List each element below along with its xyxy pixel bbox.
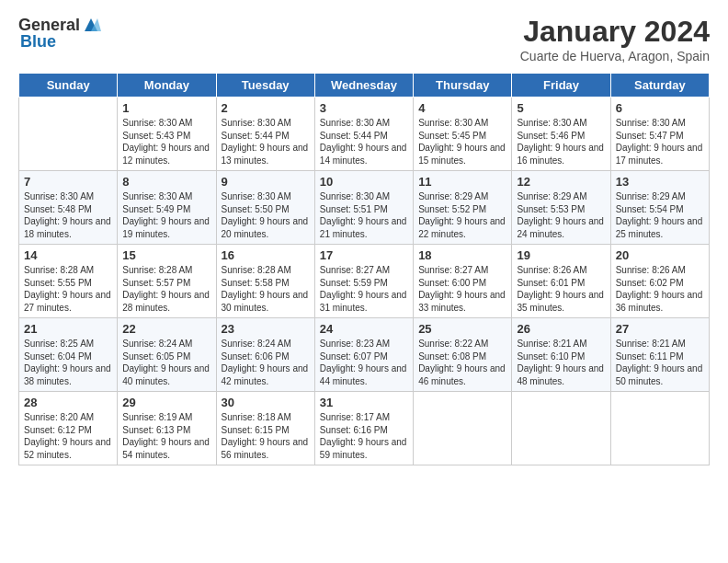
calendar-table: Sunday Monday Tuesday Wednesday Thursday… [18,73,710,465]
calendar-cell: 4Sunrise: 8:30 AMSunset: 5:45 PMDaylight… [414,98,512,171]
calendar-cell [19,98,118,171]
calendar-cell [512,392,610,465]
date-number: 14 [24,248,112,262]
cell-info: Sunrise: 8:30 AMSunset: 5:47 PMDaylight:… [616,118,703,166]
cell-info: Sunrise: 8:30 AMSunset: 5:48 PMDaylight:… [24,191,111,239]
cell-info: Sunrise: 8:28 AMSunset: 5:57 PMDaylight:… [122,265,210,313]
date-number: 18 [418,248,506,262]
cell-info: Sunrise: 8:28 AMSunset: 5:58 PMDaylight:… [222,265,309,313]
title-block: January 2024 Cuarte de Huerva, Aragon, S… [520,15,710,63]
date-number: 11 [418,175,506,189]
date-number: 2 [222,101,310,115]
date-number: 13 [616,175,704,189]
page-container: General Blue January 2024 Cuarte de Huer… [0,0,728,475]
date-number: 31 [320,396,408,409]
calendar-cell: 1Sunrise: 8:30 AMSunset: 5:43 PMDaylight… [118,98,216,171]
date-number: 16 [222,248,310,262]
date-number: 8 [122,175,210,189]
cell-info: Sunrise: 8:30 AMSunset: 5:43 PMDaylight:… [122,118,210,166]
cell-info: Sunrise: 8:28 AMSunset: 5:55 PMDaylight:… [24,265,111,313]
header-friday: Friday [512,74,610,98]
header-thursday: Thursday [414,74,512,98]
date-number: 4 [418,101,506,115]
calendar-week-row: 1Sunrise: 8:30 AMSunset: 5:43 PMDaylight… [19,98,710,171]
header-saturday: Saturday [610,74,709,98]
cell-info: Sunrise: 8:30 AMSunset: 5:44 PMDaylight:… [222,118,309,166]
date-number: 7 [24,175,112,189]
cell-info: Sunrise: 8:30 AMSunset: 5:46 PMDaylight:… [517,118,604,166]
calendar-cell: 21Sunrise: 8:25 AMSunset: 6:04 PMDayligh… [19,318,118,392]
date-number: 9 [222,175,310,189]
calendar-cell: 27Sunrise: 8:21 AMSunset: 6:11 PMDayligh… [610,318,709,392]
cell-info: Sunrise: 8:29 AMSunset: 5:54 PMDaylight:… [616,191,703,239]
date-number: 24 [320,322,408,336]
calendar-cell: 17Sunrise: 8:27 AMSunset: 5:59 PMDayligh… [314,245,413,318]
cell-info: Sunrise: 8:19 AMSunset: 6:13 PMDaylight:… [122,412,210,460]
date-number: 21 [24,322,112,336]
cell-info: Sunrise: 8:27 AMSunset: 6:00 PMDaylight:… [418,265,506,313]
calendar-cell: 12Sunrise: 8:29 AMSunset: 5:53 PMDayligh… [512,171,610,245]
cell-info: Sunrise: 8:30 AMSunset: 5:44 PMDaylight:… [320,118,407,166]
date-number: 17 [320,248,408,262]
logo-blue: Blue [20,33,56,52]
calendar-cell: 26Sunrise: 8:21 AMSunset: 6:10 PMDayligh… [512,318,610,392]
cell-info: Sunrise: 8:22 AMSunset: 6:08 PMDaylight:… [418,339,506,386]
date-number: 20 [616,248,704,262]
calendar-cell: 8Sunrise: 8:30 AMSunset: 5:49 PMDaylight… [118,171,216,245]
calendar-cell: 31Sunrise: 8:17 AMSunset: 6:16 PMDayligh… [314,392,413,465]
cell-info: Sunrise: 8:29 AMSunset: 5:52 PMDaylight:… [418,191,506,239]
header-tuesday: Tuesday [216,74,314,98]
cell-info: Sunrise: 8:24 AMSunset: 6:06 PMDaylight:… [222,339,309,386]
logo-icon [81,15,101,35]
calendar-cell: 25Sunrise: 8:22 AMSunset: 6:08 PMDayligh… [414,318,512,392]
calendar-cell: 28Sunrise: 8:20 AMSunset: 6:12 PMDayligh… [19,392,118,465]
header-monday: Monday [118,74,216,98]
calendar-cell: 23Sunrise: 8:24 AMSunset: 6:06 PMDayligh… [216,318,314,392]
calendar-cell: 16Sunrise: 8:28 AMSunset: 5:58 PMDayligh… [216,245,314,318]
calendar-week-row: 28Sunrise: 8:20 AMSunset: 6:12 PMDayligh… [19,392,710,465]
calendar-week-row: 14Sunrise: 8:28 AMSunset: 5:55 PMDayligh… [19,245,710,318]
date-number: 12 [517,175,605,189]
calendar-cell: 11Sunrise: 8:29 AMSunset: 5:52 PMDayligh… [414,171,512,245]
cell-info: Sunrise: 8:30 AMSunset: 5:50 PMDaylight:… [222,191,309,239]
cell-info: Sunrise: 8:21 AMSunset: 6:11 PMDaylight:… [616,339,703,386]
calendar-cell: 14Sunrise: 8:28 AMSunset: 5:55 PMDayligh… [19,245,118,318]
date-number: 25 [418,322,506,336]
calendar-cell: 22Sunrise: 8:24 AMSunset: 6:05 PMDayligh… [118,318,216,392]
date-number: 23 [222,322,310,336]
calendar-cell: 30Sunrise: 8:18 AMSunset: 6:15 PMDayligh… [216,392,314,465]
calendar-cell [610,392,709,465]
calendar-cell: 15Sunrise: 8:28 AMSunset: 5:57 PMDayligh… [118,245,216,318]
date-number: 6 [616,101,704,115]
calendar-body: 1Sunrise: 8:30 AMSunset: 5:43 PMDaylight… [19,98,710,465]
date-number: 22 [122,322,210,336]
day-header-row: Sunday Monday Tuesday Wednesday Thursday… [19,74,710,98]
header-sunday: Sunday [19,74,118,98]
calendar-week-row: 21Sunrise: 8:25 AMSunset: 6:04 PMDayligh… [19,318,710,392]
calendar-cell: 7Sunrise: 8:30 AMSunset: 5:48 PMDaylight… [19,171,118,245]
date-number: 15 [122,248,210,262]
calendar-cell: 10Sunrise: 8:30 AMSunset: 5:51 PMDayligh… [314,171,413,245]
date-number: 28 [24,396,112,409]
location-subtitle: Cuarte de Huerva, Aragon, Spain [520,49,710,63]
calendar-week-row: 7Sunrise: 8:30 AMSunset: 5:48 PMDaylight… [19,171,710,245]
calendar-cell: 3Sunrise: 8:30 AMSunset: 5:44 PMDaylight… [314,98,413,171]
calendar-cell [414,392,512,465]
cell-info: Sunrise: 8:30 AMSunset: 5:49 PMDaylight:… [122,191,210,239]
date-number: 1 [122,101,210,115]
cell-info: Sunrise: 8:18 AMSunset: 6:15 PMDaylight:… [222,412,309,460]
calendar-cell: 19Sunrise: 8:26 AMSunset: 6:01 PMDayligh… [512,245,610,318]
date-number: 29 [122,396,210,409]
cell-info: Sunrise: 8:26 AMSunset: 6:02 PMDaylight:… [616,265,703,313]
cell-info: Sunrise: 8:26 AMSunset: 6:01 PMDaylight:… [517,265,604,313]
cell-info: Sunrise: 8:23 AMSunset: 6:07 PMDaylight:… [320,339,407,386]
calendar-cell: 18Sunrise: 8:27 AMSunset: 6:00 PMDayligh… [414,245,512,318]
calendar-cell: 9Sunrise: 8:30 AMSunset: 5:50 PMDaylight… [216,171,314,245]
cell-info: Sunrise: 8:30 AMSunset: 5:51 PMDaylight:… [320,191,407,239]
date-number: 19 [517,248,605,262]
calendar-cell: 2Sunrise: 8:30 AMSunset: 5:44 PMDaylight… [216,98,314,171]
calendar-cell: 6Sunrise: 8:30 AMSunset: 5:47 PMDaylight… [610,98,709,171]
date-number: 27 [616,322,704,336]
cell-info: Sunrise: 8:17 AMSunset: 6:16 PMDaylight:… [320,412,407,460]
date-number: 5 [517,101,605,115]
